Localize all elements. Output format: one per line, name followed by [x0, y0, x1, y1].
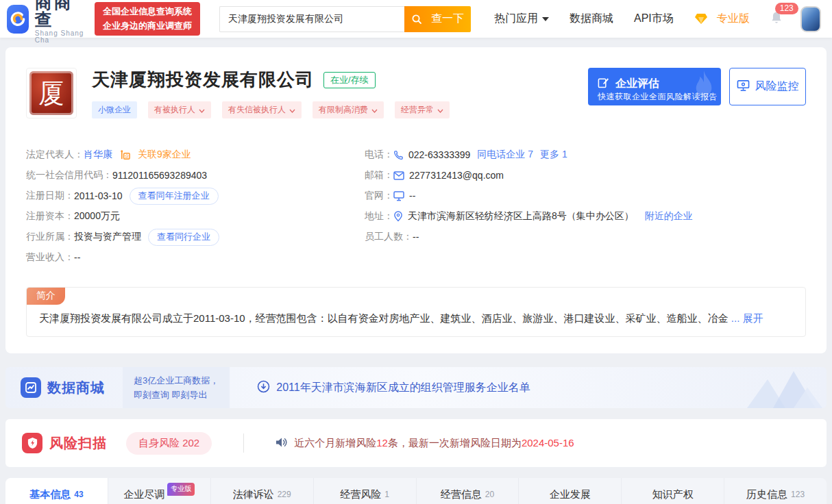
location-pin-icon — [393, 211, 403, 222]
risk-scan-banner: 风险扫描 自身风险 202 近六个月新增风险12条，最新一次新增风险日期为202… — [5, 419, 827, 467]
website-value: -- — [409, 190, 415, 201]
tag-has-executee[interactable]: 有被执行人 — [148, 101, 211, 118]
same-phone-companies-link[interactable]: 同电话企业 7 — [477, 149, 533, 161]
address-value: 天津市滨海新区轻纺经济区上高路8号（集中办公区） — [408, 210, 634, 223]
intro-text: 天津厦翔投资发展有限公司成立于2011-03-10，经营范围包含：以自有资金对房… — [39, 312, 729, 324]
phone-value: 022-63333399 — [408, 149, 470, 160]
monitor-icon — [737, 79, 750, 94]
tab-operation-risk[interactable]: 经营风险1 — [314, 478, 417, 504]
shield-icon — [22, 433, 42, 453]
chevron-down-icon — [437, 105, 443, 115]
site-logo[interactable]: 商商查 Shang Shang Cha — [7, 0, 85, 44]
self-risk-pill[interactable]: 自身风险 202 — [126, 432, 212, 455]
expand-intro-link[interactable]: 展开 — [742, 312, 763, 324]
tab-due-diligence[interactable]: 企业尽调专业版 — [108, 478, 211, 504]
search-button[interactable]: 查一下 — [404, 6, 471, 32]
company-logo: 厦 — [26, 68, 77, 118]
tag-operation-abnormal[interactable]: 经营异常 — [395, 101, 450, 118]
tab-enterprise-development[interactable]: 企业发展 — [519, 478, 622, 504]
related-companies-icon: 企 — [119, 149, 131, 161]
tag-small-micro-enterprise[interactable]: 小微企业 — [92, 101, 137, 118]
registration-date-row: 注册日期： 2011-03-10 查看同年注册企业 — [26, 186, 365, 206]
risk-monitor-button[interactable]: 风险监控 — [729, 68, 806, 105]
status-badge: 在业/存续 — [323, 72, 376, 88]
intro-ellipsis: ... — [729, 312, 743, 324]
email-value: 2277312413@qq.com — [409, 170, 504, 181]
edit-icon — [598, 77, 609, 91]
search-icon — [411, 14, 422, 25]
risk-notice[interactable]: 近六个月新增风险12条，最新一次新增风险日期为2024-05-16 — [276, 437, 574, 450]
legal-representative-link[interactable]: 肖华康 — [84, 149, 112, 161]
brand-name-pinyin: Shang Shang Cha — [35, 30, 85, 44]
registered-capital-value: 20000万元 — [74, 210, 120, 223]
nav-pro-version[interactable]: 专业版 — [694, 12, 750, 26]
bell-icon — [769, 16, 784, 27]
revenue-value: -- — [74, 252, 80, 263]
site-slogan: 全国企业信息查询系统 企业身边的商业调查师 — [95, 2, 200, 35]
tag-dishonest-executee[interactable]: 有失信被执行人 — [222, 101, 302, 118]
search-bar: 查一下 — [219, 6, 471, 32]
website-row: 官网： -- — [365, 186, 806, 206]
tab-history-info[interactable]: 历史信息123 — [724, 478, 827, 504]
nav-data-mall[interactable]: 数据商城 — [570, 12, 613, 26]
mail-icon — [393, 171, 404, 180]
company-card: 厦 天津厦翔投资发展有限公司 在业/存续 小微企业 有被执行人 有失信被执行人 … — [5, 47, 827, 353]
main-nav: 热门应用 数据商城 API市场 — [494, 12, 674, 26]
nav-api-market[interactable]: API市场 — [634, 12, 674, 26]
phone-icon — [393, 150, 404, 160]
company-list-report-link[interactable]: 2011年天津市滨海新区成立的组织管理服务企业名单 — [257, 380, 530, 396]
search-input[interactable] — [219, 6, 404, 32]
company-info-grid: 法定代表人： 肖华康 企 关联9家企业 统一社会信用代码： 9112011656… — [26, 144, 806, 268]
chevron-down-icon — [371, 105, 378, 115]
website-icon — [393, 191, 404, 201]
vip-diamond-icon — [694, 13, 708, 25]
company-tags: 小微企业 有被执行人 有失信被执行人 有限制高消费 经营异常 — [92, 101, 577, 118]
tab-legal-litigation[interactable]: 法律诉讼229 — [211, 478, 314, 504]
staff-count-value: -- — [413, 231, 419, 242]
staff-count-row: 员工人数： -- — [365, 227, 806, 247]
tag-consumption-restriction[interactable]: 有限制高消费 — [313, 101, 384, 118]
speaker-icon — [276, 437, 288, 450]
logo-swirl-icon — [7, 5, 29, 34]
svg-text:企: 企 — [125, 153, 130, 158]
credit-code-value: 911201165693289403 — [112, 170, 207, 181]
nav-hot-apps[interactable]: 热门应用 — [494, 12, 549, 26]
data-mall-brand[interactable]: 数据商城 — [21, 377, 105, 398]
same-industry-companies-button[interactable]: 查看同行企业 — [148, 229, 219, 246]
chart-icon — [21, 377, 41, 398]
revenue-row: 营业收入： -- — [26, 247, 365, 268]
notifications-button[interactable]: 123 — [769, 10, 784, 28]
company-intro: 简介 天津厦翔投资发展有限公司成立于2011-03-10，经营范围包含：以自有资… — [26, 287, 806, 337]
address-row: 地址： 天津市滨海新区轻纺经济区上高路8号（集中办公区） 附近的企业 — [365, 206, 806, 227]
banner-decoration — [720, 367, 822, 408]
same-year-companies-button[interactable]: 查看同年注册企业 — [130, 188, 219, 205]
more-phones-link[interactable]: 更多 1 — [540, 149, 567, 161]
registration-date-value: 2011-03-10 — [74, 190, 123, 201]
industry-value: 投资与资产管理 — [74, 231, 141, 243]
enterprise-evaluation-button[interactable]: 企业评估 快速获取企业全面风险解读报告 — [588, 68, 721, 105]
user-avatar[interactable] — [800, 6, 821, 32]
caret-down-icon — [542, 17, 549, 21]
brand-name: 商商查 — [35, 0, 85, 28]
related-companies-link[interactable]: 关联9家企业 — [138, 149, 191, 161]
risk-scan-brand: 风险扫描 — [22, 433, 107, 453]
tab-operation-info[interactable]: 经营信息20 — [417, 478, 519, 504]
data-mall-promo: 超3亿企业工商数据， 即刻查询 即刻导出 — [123, 367, 230, 408]
download-icon — [257, 380, 270, 396]
tab-intellectual-property[interactable]: 知识产权 — [622, 478, 724, 504]
registered-capital-row: 注册资本： 20000万元 — [26, 206, 365, 227]
top-header: 商商查 Shang Shang Cha 全国企业信息查询系统 企业身边的商业调查… — [0, 0, 832, 38]
data-mall-banner: 数据商城 超3亿企业工商数据， 即刻查询 即刻导出 2011年天津市滨海新区成立… — [5, 367, 827, 408]
legal-representative-row: 法定代表人： 肖华康 企 关联9家企业 — [26, 144, 365, 165]
divider — [243, 433, 244, 453]
nearby-companies-link[interactable]: 附近的企业 — [645, 210, 693, 223]
tab-basic-info[interactable]: 基本信息43 — [5, 478, 108, 504]
chevron-down-icon — [289, 105, 295, 115]
email-row: 邮箱： 2277312413@qq.com — [365, 165, 806, 186]
company-name: 天津厦翔投资发展有限公司 — [92, 68, 314, 92]
phone-row: 电话： 022-63333399 同电话企业 7 更多 1 — [365, 144, 806, 165]
pro-version-badge: 专业版 — [167, 483, 195, 496]
credit-code-row: 统一社会信用代码： 911201165693289403 — [26, 165, 365, 186]
company-seal: 厦 — [29, 71, 73, 115]
notification-badge: 123 — [775, 3, 798, 15]
